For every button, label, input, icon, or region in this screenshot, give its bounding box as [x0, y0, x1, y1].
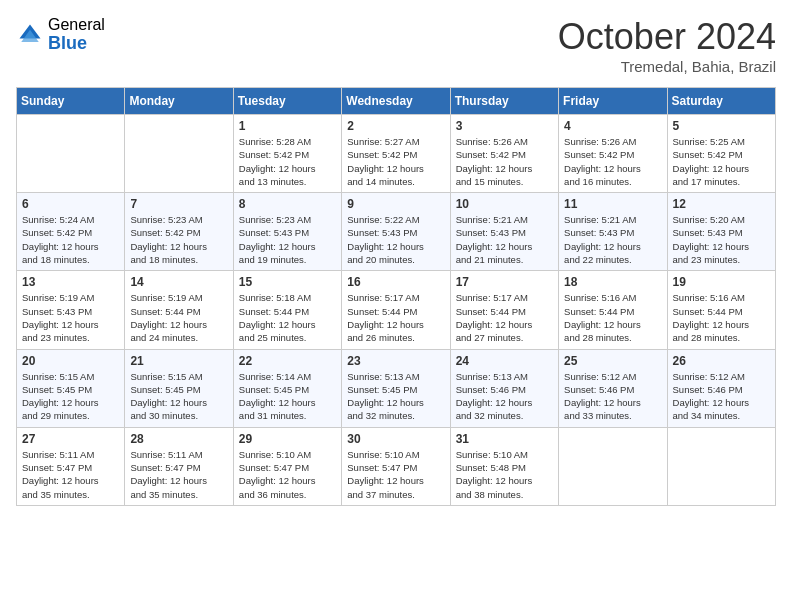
- calendar-week-row: 20Sunrise: 5:15 AMSunset: 5:45 PMDayligh…: [17, 349, 776, 427]
- day-info: Sunrise: 5:19 AMSunset: 5:44 PMDaylight:…: [130, 291, 227, 344]
- day-number: 31: [456, 432, 553, 446]
- calendar-cell: 1Sunrise: 5:28 AMSunset: 5:42 PMDaylight…: [233, 115, 341, 193]
- calendar-header-saturday: Saturday: [667, 88, 775, 115]
- location-title: Tremedal, Bahia, Brazil: [558, 58, 776, 75]
- calendar-header-sunday: Sunday: [17, 88, 125, 115]
- calendar-table: SundayMondayTuesdayWednesdayThursdayFrid…: [16, 87, 776, 506]
- logo-text: General Blue: [48, 16, 105, 53]
- day-number: 25: [564, 354, 661, 368]
- calendar-cell: 26Sunrise: 5:12 AMSunset: 5:46 PMDayligh…: [667, 349, 775, 427]
- day-info: Sunrise: 5:28 AMSunset: 5:42 PMDaylight:…: [239, 135, 336, 188]
- day-number: 19: [673, 275, 770, 289]
- day-number: 8: [239, 197, 336, 211]
- calendar-cell: [125, 115, 233, 193]
- day-info: Sunrise: 5:14 AMSunset: 5:45 PMDaylight:…: [239, 370, 336, 423]
- day-info: Sunrise: 5:16 AMSunset: 5:44 PMDaylight:…: [673, 291, 770, 344]
- day-info: Sunrise: 5:17 AMSunset: 5:44 PMDaylight:…: [347, 291, 444, 344]
- day-info: Sunrise: 5:10 AMSunset: 5:47 PMDaylight:…: [239, 448, 336, 501]
- day-number: 15: [239, 275, 336, 289]
- day-number: 1: [239, 119, 336, 133]
- day-number: 3: [456, 119, 553, 133]
- day-info: Sunrise: 5:11 AMSunset: 5:47 PMDaylight:…: [22, 448, 119, 501]
- day-info: Sunrise: 5:22 AMSunset: 5:43 PMDaylight:…: [347, 213, 444, 266]
- day-info: Sunrise: 5:12 AMSunset: 5:46 PMDaylight:…: [564, 370, 661, 423]
- day-info: Sunrise: 5:26 AMSunset: 5:42 PMDaylight:…: [564, 135, 661, 188]
- calendar-cell: 4Sunrise: 5:26 AMSunset: 5:42 PMDaylight…: [559, 115, 667, 193]
- calendar-cell: 17Sunrise: 5:17 AMSunset: 5:44 PMDayligh…: [450, 271, 558, 349]
- calendar-cell: 30Sunrise: 5:10 AMSunset: 5:47 PMDayligh…: [342, 427, 450, 505]
- calendar-cell: 8Sunrise: 5:23 AMSunset: 5:43 PMDaylight…: [233, 193, 341, 271]
- calendar-header-thursday: Thursday: [450, 88, 558, 115]
- day-info: Sunrise: 5:10 AMSunset: 5:48 PMDaylight:…: [456, 448, 553, 501]
- day-number: 17: [456, 275, 553, 289]
- day-number: 24: [456, 354, 553, 368]
- day-info: Sunrise: 5:24 AMSunset: 5:42 PMDaylight:…: [22, 213, 119, 266]
- calendar-cell: 22Sunrise: 5:14 AMSunset: 5:45 PMDayligh…: [233, 349, 341, 427]
- calendar-header-row: SundayMondayTuesdayWednesdayThursdayFrid…: [17, 88, 776, 115]
- page-header: General Blue October 2024 Tremedal, Bahi…: [16, 16, 776, 75]
- day-info: Sunrise: 5:23 AMSunset: 5:43 PMDaylight:…: [239, 213, 336, 266]
- logo-blue: Blue: [48, 34, 105, 54]
- day-number: 4: [564, 119, 661, 133]
- day-number: 30: [347, 432, 444, 446]
- calendar-week-row: 27Sunrise: 5:11 AMSunset: 5:47 PMDayligh…: [17, 427, 776, 505]
- day-number: 23: [347, 354, 444, 368]
- logo-icon: [16, 21, 44, 49]
- day-number: 18: [564, 275, 661, 289]
- day-info: Sunrise: 5:19 AMSunset: 5:43 PMDaylight:…: [22, 291, 119, 344]
- calendar-cell: 6Sunrise: 5:24 AMSunset: 5:42 PMDaylight…: [17, 193, 125, 271]
- calendar-cell: 19Sunrise: 5:16 AMSunset: 5:44 PMDayligh…: [667, 271, 775, 349]
- calendar-cell: 21Sunrise: 5:15 AMSunset: 5:45 PMDayligh…: [125, 349, 233, 427]
- calendar-cell: 31Sunrise: 5:10 AMSunset: 5:48 PMDayligh…: [450, 427, 558, 505]
- calendar-week-row: 6Sunrise: 5:24 AMSunset: 5:42 PMDaylight…: [17, 193, 776, 271]
- calendar-cell: 27Sunrise: 5:11 AMSunset: 5:47 PMDayligh…: [17, 427, 125, 505]
- calendar-cell: 3Sunrise: 5:26 AMSunset: 5:42 PMDaylight…: [450, 115, 558, 193]
- title-block: October 2024 Tremedal, Bahia, Brazil: [558, 16, 776, 75]
- day-info: Sunrise: 5:13 AMSunset: 5:46 PMDaylight:…: [456, 370, 553, 423]
- calendar-cell: 25Sunrise: 5:12 AMSunset: 5:46 PMDayligh…: [559, 349, 667, 427]
- calendar-cell: 13Sunrise: 5:19 AMSunset: 5:43 PMDayligh…: [17, 271, 125, 349]
- calendar-header-tuesday: Tuesday: [233, 88, 341, 115]
- calendar-cell: 23Sunrise: 5:13 AMSunset: 5:45 PMDayligh…: [342, 349, 450, 427]
- calendar-week-row: 13Sunrise: 5:19 AMSunset: 5:43 PMDayligh…: [17, 271, 776, 349]
- day-info: Sunrise: 5:27 AMSunset: 5:42 PMDaylight:…: [347, 135, 444, 188]
- day-info: Sunrise: 5:17 AMSunset: 5:44 PMDaylight:…: [456, 291, 553, 344]
- day-info: Sunrise: 5:21 AMSunset: 5:43 PMDaylight:…: [456, 213, 553, 266]
- day-number: 6: [22, 197, 119, 211]
- day-number: 16: [347, 275, 444, 289]
- day-number: 27: [22, 432, 119, 446]
- calendar-cell: 16Sunrise: 5:17 AMSunset: 5:44 PMDayligh…: [342, 271, 450, 349]
- day-info: Sunrise: 5:20 AMSunset: 5:43 PMDaylight:…: [673, 213, 770, 266]
- day-info: Sunrise: 5:16 AMSunset: 5:44 PMDaylight:…: [564, 291, 661, 344]
- calendar-cell: 5Sunrise: 5:25 AMSunset: 5:42 PMDaylight…: [667, 115, 775, 193]
- day-info: Sunrise: 5:15 AMSunset: 5:45 PMDaylight:…: [130, 370, 227, 423]
- calendar-cell: 18Sunrise: 5:16 AMSunset: 5:44 PMDayligh…: [559, 271, 667, 349]
- calendar-cell: 20Sunrise: 5:15 AMSunset: 5:45 PMDayligh…: [17, 349, 125, 427]
- calendar-cell: 11Sunrise: 5:21 AMSunset: 5:43 PMDayligh…: [559, 193, 667, 271]
- calendar-cell: 9Sunrise: 5:22 AMSunset: 5:43 PMDaylight…: [342, 193, 450, 271]
- day-info: Sunrise: 5:10 AMSunset: 5:47 PMDaylight:…: [347, 448, 444, 501]
- day-info: Sunrise: 5:26 AMSunset: 5:42 PMDaylight:…: [456, 135, 553, 188]
- calendar-cell: [667, 427, 775, 505]
- day-number: 12: [673, 197, 770, 211]
- calendar-cell: 7Sunrise: 5:23 AMSunset: 5:42 PMDaylight…: [125, 193, 233, 271]
- day-number: 7: [130, 197, 227, 211]
- day-number: 14: [130, 275, 227, 289]
- logo-general: General: [48, 16, 105, 34]
- day-number: 9: [347, 197, 444, 211]
- calendar-cell: 29Sunrise: 5:10 AMSunset: 5:47 PMDayligh…: [233, 427, 341, 505]
- calendar-header-friday: Friday: [559, 88, 667, 115]
- day-info: Sunrise: 5:11 AMSunset: 5:47 PMDaylight:…: [130, 448, 227, 501]
- day-number: 11: [564, 197, 661, 211]
- calendar-cell: 24Sunrise: 5:13 AMSunset: 5:46 PMDayligh…: [450, 349, 558, 427]
- day-info: Sunrise: 5:13 AMSunset: 5:45 PMDaylight:…: [347, 370, 444, 423]
- day-info: Sunrise: 5:12 AMSunset: 5:46 PMDaylight:…: [673, 370, 770, 423]
- logo: General Blue: [16, 16, 105, 53]
- month-title: October 2024: [558, 16, 776, 58]
- day-info: Sunrise: 5:15 AMSunset: 5:45 PMDaylight:…: [22, 370, 119, 423]
- calendar-cell: 2Sunrise: 5:27 AMSunset: 5:42 PMDaylight…: [342, 115, 450, 193]
- day-number: 2: [347, 119, 444, 133]
- day-info: Sunrise: 5:21 AMSunset: 5:43 PMDaylight:…: [564, 213, 661, 266]
- day-number: 29: [239, 432, 336, 446]
- day-number: 20: [22, 354, 119, 368]
